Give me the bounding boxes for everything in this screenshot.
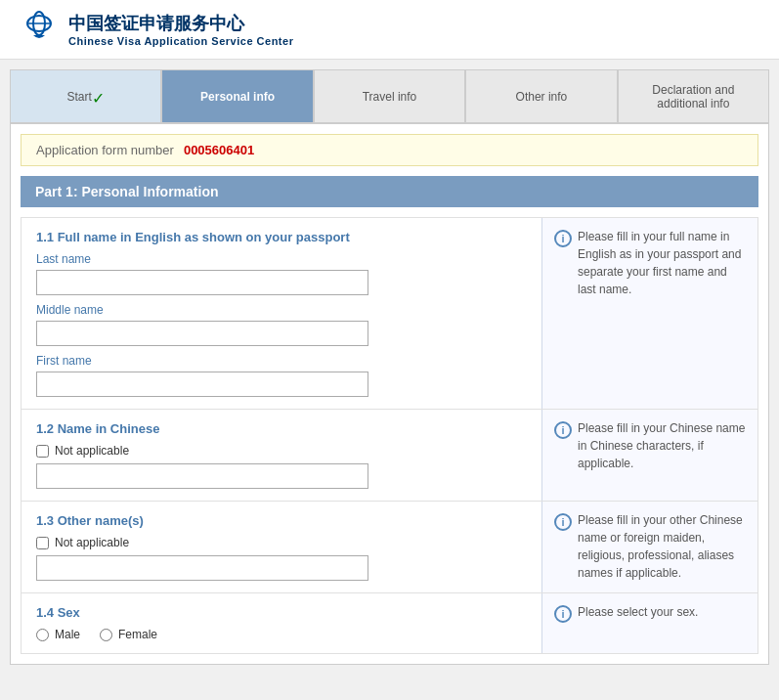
form-section: 1.1 Full name in English as shown on you… [21,217,758,654]
field-1-2-checkbox-row: Not applicable [36,444,527,458]
field-1-3-left: 1.3 Other name(s) Not applicable [22,502,542,592]
field-row-1-1: 1.1 Full name in English as shown on you… [22,218,757,410]
main-container: Start ✓ Personal info Travel info Other … [0,60,779,675]
field-1-2-title: 1.2 Name in Chinese [36,421,527,436]
field-1-3-hint-text: Please fill in your other Chinese name o… [578,511,746,583]
app-number-value: 0005606401 [184,143,254,157]
field-1-1-hint-text: Please fill in your full name in English… [578,228,746,399]
field-1-3-title: 1.3 Other name(s) [36,513,527,528]
tab-other[interactable]: Other info [465,69,617,123]
logo-area: 中国签证申请服务中心 Chinese Visa Application Serv… [20,10,293,49]
field-1-2-input[interactable] [36,463,368,489]
logo-chinese-text: 中国签证申请服务中心 [68,12,293,35]
field-1-4-radio-row: Male Female [36,628,527,641]
field-row-1-3: 1.3 Other name(s) Not applicable i Pleas… [22,502,757,593]
tab-start[interactable]: Start ✓ [10,69,161,123]
tab-other-label: Other info [516,90,568,104]
info-icon-1-4: i [554,605,572,623]
info-icon-1-1: i [554,230,572,247]
tab-personal[interactable]: Personal info [161,69,313,123]
last-name-label: Last name [36,252,527,266]
tab-declaration[interactable]: Declaration and additional info [618,69,769,123]
page-header: 中国签证申请服务中心 Chinese Visa Application Serv… [0,0,779,60]
first-name-input[interactable] [36,372,368,397]
tab-personal-label: Personal info [200,90,275,104]
app-number-label: Application form number [36,143,174,157]
field-1-4-female-radio[interactable] [100,629,112,641]
field-1-3-checkbox[interactable] [36,537,49,549]
tab-bar: Start ✓ Personal info Travel info Other … [10,69,769,123]
field-1-4-hint-text: Please select your sex. [578,603,698,643]
tab-start-label: Start [67,90,92,104]
content-area: Application form number 0005606401 Part … [10,123,769,665]
app-number-bar: Application form number 0005606401 [21,134,758,166]
field-1-4-female-label: Female [118,628,157,641]
field-1-1-left: 1.1 Full name in English as shown on you… [22,218,542,409]
tab-travel[interactable]: Travel info [314,69,465,123]
field-1-3-hint: i Please fill in your other Chinese name… [542,502,757,592]
logo-icon [20,10,59,49]
field-1-3-checkbox-row: Not applicable [36,536,527,549]
field-1-3-input[interactable] [36,555,368,581]
section-header: Part 1: Personal Information [21,176,758,207]
tab-declaration-label: Declaration and additional info [627,83,760,110]
field-1-2-left: 1.2 Name in Chinese Not applicable [22,410,542,501]
logo-text: 中国签证申请服务中心 Chinese Visa Application Serv… [68,12,293,47]
last-name-input[interactable] [36,270,368,295]
field-1-2-hint-text: Please fill in your Chinese name in Chin… [578,419,746,491]
field-1-4-female-item: Female [100,628,157,641]
field-1-4-male-item: Male [36,628,80,641]
field-1-4-title: 1.4 Sex [36,605,527,620]
logo-english-text: Chinese Visa Application Service Center [68,35,293,47]
field-1-4-male-radio[interactable] [36,629,49,641]
field-1-4-hint: i Please select your sex. [542,593,757,653]
field-1-1-title: 1.1 Full name in English as shown on you… [36,230,527,244]
field-1-4-male-label: Male [55,628,80,641]
field-1-2-hint: i Please fill in your Chinese name in Ch… [542,410,757,501]
field-row-1-4: 1.4 Sex Male Female i Please s [22,593,757,653]
info-icon-1-2: i [554,421,572,439]
info-icon-1-3: i [554,513,572,531]
field-1-2-checkbox[interactable] [36,445,49,458]
first-name-label: First name [36,354,527,368]
field-1-1-hint: i Please fill in your full name in Engli… [542,218,757,409]
middle-name-input[interactable] [36,321,368,346]
tab-start-checkmark: ✓ [92,89,105,108]
tab-travel-label: Travel info [363,90,417,104]
middle-name-label: Middle name [36,303,527,317]
field-1-3-not-applicable: Not applicable [55,536,129,549]
field-1-4-left: 1.4 Sex Male Female [22,593,542,653]
field-row-1-2: 1.2 Name in Chinese Not applicable i Ple… [22,410,757,502]
field-1-2-not-applicable: Not applicable [55,444,129,458]
